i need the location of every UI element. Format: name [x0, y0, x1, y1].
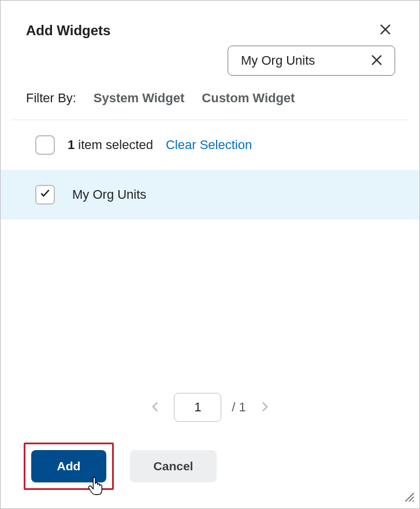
check-icon [39, 187, 51, 202]
filter-tab-system-widget[interactable]: System Widget [94, 91, 185, 106]
add-button-highlight: Add [24, 443, 114, 490]
resize-grip-icon[interactable] [402, 490, 415, 505]
search-clear-button[interactable] [369, 53, 384, 69]
item-label: My Org Units [72, 187, 146, 202]
page-total: 1 [239, 400, 246, 414]
selection-count-suffix: item selected [75, 138, 153, 152]
item-checkbox[interactable] [35, 185, 55, 205]
filter-by-label: Filter By: [26, 91, 76, 106]
page-prev-button[interactable] [147, 399, 163, 417]
selection-count-number: 1 [68, 138, 75, 152]
svg-line-6 [412, 500, 414, 501]
chevron-right-icon [259, 406, 270, 414]
page-total-label: / 1 [232, 400, 246, 415]
list-item[interactable]: My Org Units [1, 170, 419, 220]
chevron-left-icon [150, 406, 161, 414]
cancel-button[interactable]: Cancel [130, 450, 217, 482]
pagination: / 1 [1, 393, 419, 422]
page-separator: / [232, 400, 239, 414]
close-icon [370, 60, 383, 68]
close-icon [379, 29, 392, 38]
clear-selection-link[interactable]: Clear Selection [166, 138, 252, 153]
filter-tab-custom-widget[interactable]: Custom Widget [202, 91, 295, 106]
add-button[interactable]: Add [31, 450, 106, 482]
select-all-checkbox[interactable] [35, 135, 55, 155]
close-button[interactable] [377, 21, 394, 40]
dialog-title: Add Widgets [26, 23, 110, 39]
selection-count-text: 1 item selected [68, 138, 153, 153]
search-chip[interactable]: My Org Units [228, 46, 395, 76]
page-next-button[interactable] [257, 399, 273, 417]
page-input[interactable] [174, 393, 221, 422]
search-value: My Org Units [241, 53, 315, 68]
